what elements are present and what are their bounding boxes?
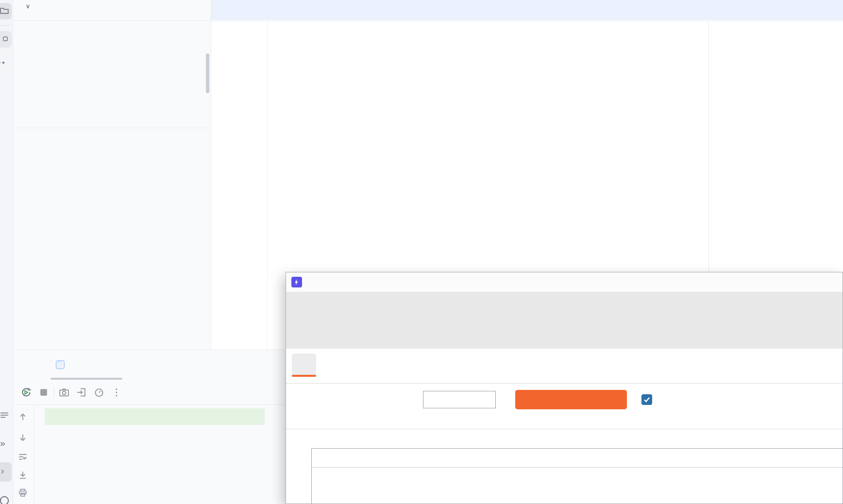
soft-wrap-icon[interactable] [18,452,28,462]
chevron-right-icon: › [1,466,4,476]
payloads-count-input[interactable] [423,391,496,408]
arrow-up-icon[interactable] [18,412,28,422]
collaborator-tab-1[interactable] [292,353,316,377]
burp-tab-row-2 [286,314,843,331]
window-icon [1,35,9,43]
collaborator-results-table [311,448,843,504]
divider [13,20,211,21]
console-gutter-divider [34,404,34,504]
burp-menu-bar [286,272,843,292]
screen: •• » › ∨ [0,0,843,504]
menu-lines-icon[interactable] [0,411,9,420]
jump-to-icon[interactable] [76,387,87,398]
kebab-menu-icon[interactable]: ⋮ [111,387,122,398]
folder-icon [0,6,9,15]
project-panel: ∨ [13,0,211,350]
divider [13,128,211,128]
project-scrollbar[interactable] [206,53,209,93]
stripe-divider [1,25,10,26]
run-tab-underline [51,378,122,380]
chevron-down-icon: ∨ [26,3,30,10]
more-icon[interactable]: •• [0,58,6,67]
run-tab[interactable] [56,354,72,375]
divider [286,383,843,384]
rerun-icon[interactable] [21,387,32,398]
copy-to-clipboard-button[interactable] [515,390,627,409]
gauge-icon[interactable] [94,387,104,398]
toolbar-divider [54,387,54,398]
stop-icon[interactable] [38,387,49,398]
printer-icon[interactable] [18,488,28,498]
current-line-highlight [211,0,843,20]
circle-icon[interactable] [0,495,10,504]
burp-tab-row-3 [286,331,843,349]
double-chevron-icon[interactable]: » [0,438,5,449]
tool-window-stripe: •• » › [0,0,13,504]
arrow-down-icon[interactable] [18,433,28,442]
burp-tab-row-1 [286,292,843,314]
console-icon [56,360,65,369]
burp-window [286,272,843,504]
burp-logo-icon [291,277,302,287]
divider [286,429,843,429]
collaborator-tab-underline [292,375,316,377]
gutter-separator [267,21,268,350]
include-server-checkbox[interactable] [641,394,652,405]
camera-icon[interactable] [59,387,69,398]
table-header-divider [312,467,843,468]
project-panel-title[interactable]: ∨ [22,3,30,10]
scroll-to-end-icon[interactable] [18,470,28,480]
console-command-line[interactable] [45,408,265,425]
